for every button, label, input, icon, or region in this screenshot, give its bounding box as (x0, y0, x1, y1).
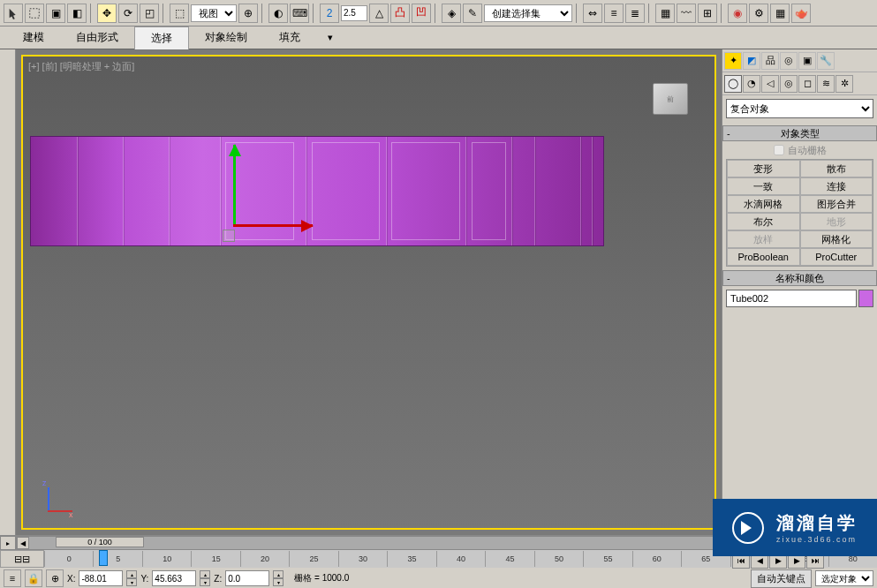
display-tab-icon[interactable]: ▣ (798, 52, 816, 70)
pointer-icon[interactable] (4, 4, 23, 23)
viewport-label[interactable]: [+] [前] [明暗处理 + 边面] (28, 60, 134, 73)
helpers-icon[interactable]: ◻ (798, 75, 816, 93)
script-icon[interactable]: ≡ (4, 569, 21, 587)
systems-icon[interactable]: ✲ (835, 75, 853, 93)
ribbon-tabs: 建模 自由形式 选择 对象绘制 填充 ▾ (0, 26, 877, 49)
watermark: 溜溜自学 zixue.3d66.com (713, 499, 877, 556)
snap-toggle-icon[interactable]: 2 (320, 4, 339, 23)
render-frame-icon[interactable]: ▦ (770, 4, 790, 23)
lights-icon[interactable]: ◁ (761, 75, 779, 93)
viewport[interactable]: [+] [前] [明暗处理 + 边面] 前 zx (21, 55, 716, 530)
left-toolbar (0, 49, 16, 535)
move-icon[interactable]: ✥ (97, 4, 117, 23)
track-expand-icon[interactable]: ▸ (0, 536, 16, 550)
schematic-icon[interactable]: ⊞ (698, 4, 717, 23)
ref-coord-icon[interactable]: ⬚ (170, 4, 189, 23)
command-panel: ✦ ◩ 品 ◎ ▣ 🔧 ◯ ◔ ◁ ◎ ◻ ≋ ✲ 复合对象 -对象类型 自动栅… (722, 49, 877, 535)
tab-object-paint[interactable]: 对象绘制 (189, 26, 263, 49)
modify-tab-icon[interactable]: ◩ (743, 52, 760, 70)
procutter-button[interactable]: ProCutter (800, 248, 873, 266)
scale-icon[interactable]: ◰ (140, 4, 159, 23)
main-toolbar: ▣ ◧ ✥ ⟳ ◰ ⬚ 视图 ⊕ ◐ ⌨ 2 △ 凸 凹 ◈ ✎ 创建选择集 ⇔… (0, 0, 877, 26)
spinner-input[interactable] (341, 5, 367, 21)
object-name-input[interactable] (726, 290, 857, 307)
utilities-tab-icon[interactable]: 🔧 (817, 52, 835, 70)
render-icon[interactable]: 🫖 (791, 4, 811, 23)
object-type-rollup[interactable]: -对象类型 (722, 125, 877, 141)
lock-icon[interactable]: 🔒 (25, 569, 42, 587)
proboolean-button[interactable]: ProBoolean (727, 248, 800, 266)
auto-grid-checkbox (774, 145, 784, 155)
object-type-buttons: 变形 散布 一致 连接 水滴网格 图形合并 布尔 地形 放样 网格化 ProBo… (726, 159, 873, 267)
category-select[interactable]: 复合对象 (726, 99, 873, 118)
cameras-icon[interactable]: ◎ (780, 75, 798, 93)
layer-icon[interactable]: ≣ (625, 4, 645, 23)
viewcube[interactable]: 前 (653, 83, 688, 115)
play-logo-icon (732, 512, 764, 544)
z-coord-input[interactable] (225, 570, 269, 586)
scatter-button[interactable]: 散布 (800, 160, 873, 177)
key-filter-select[interactable]: 选定对象 (815, 570, 873, 586)
geometry-icon[interactable]: ◯ (724, 75, 742, 93)
loft-button[interactable]: 放样 (727, 230, 800, 248)
viewport-container: [+] [前] [明暗处理 + 边面] 前 zx (16, 49, 722, 535)
snap-percent-icon[interactable]: 凸 (390, 4, 410, 23)
grid-label: 栅格 = 1000.0 (294, 572, 349, 584)
pivot-icon[interactable]: ⊕ (238, 4, 258, 23)
y-coord-input[interactable] (152, 570, 196, 586)
x-coord-input[interactable] (79, 570, 123, 586)
boolean-button[interactable]: 布尔 (727, 213, 800, 230)
track-tools-icon[interactable]: ⊟⊟ (0, 550, 44, 568)
add-key-icon[interactable]: ⊕ (46, 569, 64, 587)
svg-rect-0 (30, 8, 40, 18)
align-icon[interactable]: ≡ (604, 4, 624, 23)
render-setup-icon[interactable]: ⚙ (749, 4, 768, 23)
tab-modeling[interactable]: 建模 (7, 26, 60, 49)
motion-tab-icon[interactable]: ◎ (780, 52, 798, 70)
manip-icon[interactable]: ◐ (268, 4, 288, 23)
blobmesh-button[interactable]: 水滴网格 (727, 195, 800, 213)
create-tab-icon[interactable]: ✦ (724, 52, 742, 70)
color-swatch[interactable] (858, 290, 873, 307)
rotate-icon[interactable]: ⟳ (118, 4, 138, 23)
scroll-left-icon[interactable]: ◀ (17, 537, 29, 549)
tab-freeform[interactable]: 自由形式 (60, 26, 134, 49)
model-geometry[interactable] (30, 136, 604, 246)
mesher-button[interactable]: 网格化 (800, 230, 873, 248)
conform-button[interactable]: 一致 (727, 177, 800, 195)
keyboard-icon[interactable]: ⌨ (290, 4, 309, 23)
shapes-icon[interactable]: ◔ (743, 75, 760, 93)
name-color-rollup[interactable]: -名称和颜色 (722, 270, 877, 286)
filter-icon[interactable]: ◧ (67, 4, 87, 23)
curve-editor-icon[interactable]: 〰 (677, 4, 696, 23)
mirror-icon[interactable]: ⇔ (583, 4, 602, 23)
tab-populate[interactable]: 填充 (263, 26, 316, 49)
selection-set-select[interactable]: 创建选择集 (484, 4, 572, 22)
named-sel-icon[interactable]: ◈ (442, 4, 461, 23)
connect-button[interactable]: 连接 (800, 177, 873, 195)
scroll-thumb[interactable]: 0 / 100 (56, 537, 144, 547)
axis-indicator: zx (42, 482, 78, 517)
auto-grid-row: 自动栅格 (722, 141, 877, 159)
hierarchy-tab-icon[interactable]: 品 (761, 52, 779, 70)
snap-angle-icon[interactable]: △ (369, 4, 389, 23)
time-cursor[interactable] (99, 550, 108, 566)
status-bar: ≡ 🔒 ⊕ X: ▴▾ Y: ▴▾ Z: ▴▾ 栅格 = 1000.0 自动关键… (0, 568, 877, 588)
graphite-icon[interactable]: ▦ (655, 4, 675, 23)
spacewarps-icon[interactable]: ≋ (817, 75, 835, 93)
view-coord-select[interactable]: 视图 (191, 4, 237, 22)
tab-selection[interactable]: 选择 (134, 26, 189, 49)
morph-button[interactable]: 变形 (727, 160, 800, 177)
autokey-button[interactable]: 自动关键点 (751, 569, 812, 588)
terrain-button[interactable]: 地形 (800, 213, 873, 230)
window-crossing-icon[interactable]: ▣ (46, 4, 65, 23)
ribbon-chevron-icon[interactable]: ▾ (323, 31, 337, 45)
material-icon[interactable]: ◉ (728, 4, 747, 23)
snap-spinner-icon[interactable]: 凹 (412, 4, 431, 23)
edit-named-sel-icon[interactable]: ✎ (463, 4, 482, 23)
shapemerge-button[interactable]: 图形合并 (800, 195, 873, 213)
rect-select-icon[interactable] (25, 4, 44, 23)
